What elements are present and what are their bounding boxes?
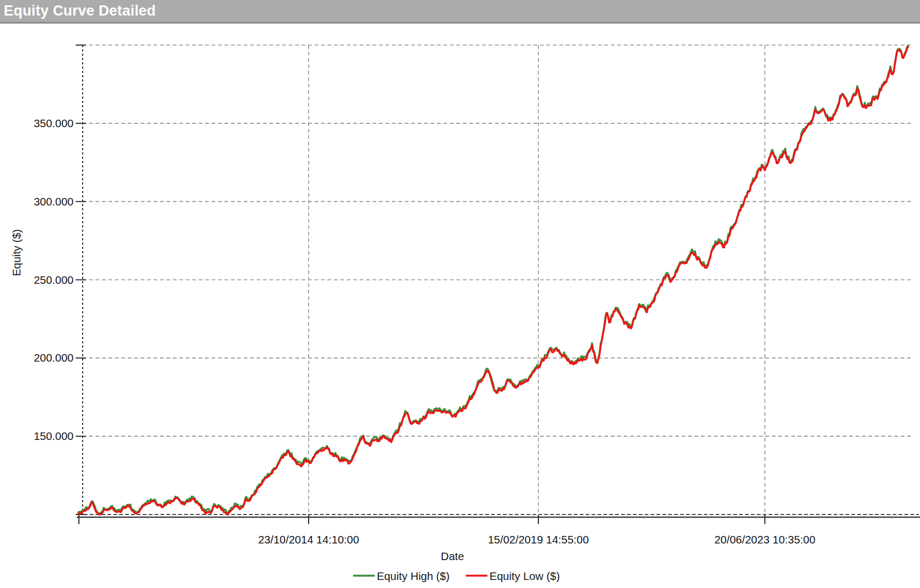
- y-tick-label: 250.000: [34, 274, 74, 286]
- y-tick-label: 150.000: [34, 430, 74, 442]
- legend-label-equity-high: Equity High ($): [377, 570, 450, 582]
- legend-label-equity-low: Equity Low ($): [490, 570, 560, 582]
- x-tick-label: 20/06/2023 10:35:00: [714, 533, 815, 546]
- y-tick-label: 200.000: [34, 351, 74, 364]
- x-tick-label: 15/02/2019 14:55:00: [488, 533, 589, 546]
- window-title: Equity Curve Detailed: [0, 0, 920, 22]
- equity-chart: 150.000200.000250.000300.000350.00023/10…: [0, 25, 920, 588]
- y-tick-label: 350.000: [34, 117, 74, 129]
- x-tick-label: 23/10/2014 14:10:00: [258, 533, 359, 546]
- y-tick-label: 300.000: [34, 195, 74, 208]
- y-axis-title: Equity ($): [10, 229, 23, 276]
- window-title-bar: Equity Curve Detailed: [0, 0, 920, 24]
- x-axis-title: Date: [441, 550, 464, 562]
- series-equity-low: [78, 47, 909, 514]
- window: Equity Curve Detailed 150.000200.000250.…: [0, 0, 920, 588]
- series-equity-high: [78, 45, 909, 514]
